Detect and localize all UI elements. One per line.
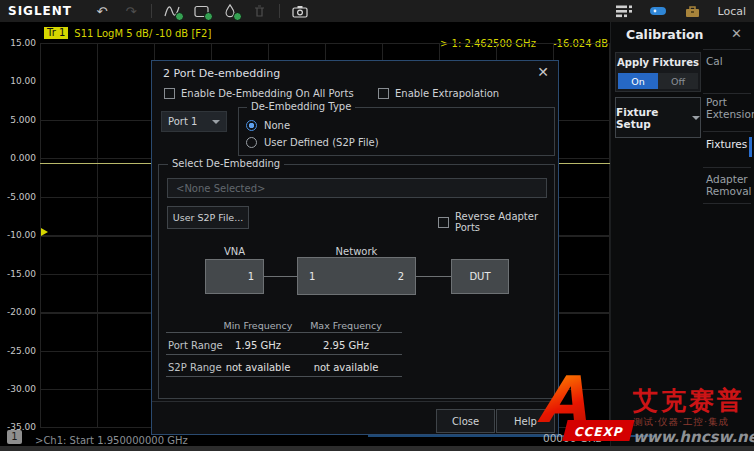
vna-label: VNA <box>205 246 264 257</box>
table-divider <box>166 354 402 355</box>
y-axis-label: -10.00 <box>0 230 36 240</box>
fixture-setup-button[interactable]: Fixture Setup <box>615 97 701 138</box>
add-trace-button[interactable] <box>163 3 181 19</box>
enable-extrapolation-checkbox[interactable]: Enable Extrapolation <box>378 88 499 99</box>
tab-divider <box>703 167 751 168</box>
dut-label: DUT <box>469 271 490 282</box>
network-label: Network <box>297 246 416 257</box>
y-axis-label: -30.00 <box>0 384 36 394</box>
usb-status[interactable] <box>649 3 667 19</box>
checkbox-label: Enable Extrapolation <box>395 88 499 99</box>
toolbar-divider <box>279 4 280 18</box>
radio-label: None <box>264 120 290 131</box>
button-label: Help <box>514 416 537 427</box>
layout-icon <box>616 5 633 18</box>
checkbox-box[interactable] <box>164 88 175 99</box>
delete-button[interactable] <box>250 3 268 19</box>
vna-box: 1 <box>205 259 264 294</box>
selection-value: <None Selected> <box>176 183 265 194</box>
undo-button[interactable]: ↶ <box>93 3 111 19</box>
radio-selected-icon[interactable] <box>246 120 257 131</box>
radio-none[interactable]: None <box>246 120 290 131</box>
port-select-dropdown[interactable]: Port 1 <box>161 111 227 132</box>
y-axis-label: 5.000 <box>0 115 36 125</box>
add-window-button[interactable] <box>192 3 210 19</box>
toggle-on[interactable]: On <box>618 73 658 89</box>
checkbox-box[interactable] <box>378 88 389 99</box>
green-badge <box>204 12 213 21</box>
checkbox-label: Enable De-Embedding On All Ports <box>181 88 354 99</box>
reference-level-marker <box>41 228 48 236</box>
checkbox-box[interactable] <box>438 217 449 228</box>
button-label: User S2P File... <box>173 212 243 223</box>
watermark-url: www.hncsw.net <box>633 428 754 446</box>
toggle-off[interactable]: Off <box>658 73 698 89</box>
add-marker-button[interactable] <box>221 3 239 19</box>
de-embedding-selection-field[interactable]: <None Selected> <box>167 178 547 198</box>
network-box: 1 2 <box>297 257 416 295</box>
network-port-2: 2 <box>398 271 404 282</box>
channel-start-status: >Ch1: Start 1.950000000 GHz <box>35 435 188 446</box>
dut-box: DUT <box>451 259 509 294</box>
table-cell: 1.95 GHz <box>213 340 303 351</box>
trace-1-settings[interactable]: S11 LogM 5 dB/ -10 dB [F2] <box>74 28 211 39</box>
network-port-1: 1 <box>309 271 315 282</box>
table-divider <box>166 376 402 377</box>
tab-fixtures[interactable]: Fixtures <box>706 138 752 150</box>
trace-info-row: Tr 1 S11 LogM 5 dB/ -10 dB [F2] <box>44 27 211 39</box>
trace-1-badge[interactable]: Tr 1 <box>44 27 68 39</box>
y-axis-label: 10.00 <box>0 76 36 86</box>
apply-fixtures-label: Apply Fixtures <box>616 57 700 68</box>
y-axis-label: -5.000 <box>0 192 36 202</box>
reverse-adapter-ports-checkbox[interactable]: Reverse Adapter Ports <box>438 211 558 233</box>
table-divider <box>166 332 402 333</box>
redo-button[interactable]: ↷ <box>122 3 140 19</box>
tab-cal[interactable]: Cal <box>706 55 752 67</box>
toolbox-icon <box>685 5 700 18</box>
channel-badge: 1 <box>7 430 22 444</box>
radio-icon[interactable] <box>246 137 257 148</box>
usb-icon <box>650 7 666 15</box>
table-cell: 2.95 GHz <box>301 340 391 351</box>
y-axis-label: -15.00 <box>0 269 36 279</box>
tab-divider <box>703 203 751 204</box>
enable-all-ports-checkbox[interactable]: Enable De-Embedding On All Ports <box>164 88 354 99</box>
table-header-min: Min Frequency <box>213 320 303 331</box>
toolbar-divider <box>151 4 152 18</box>
dialog-close-icon[interactable]: ✕ <box>537 64 549 80</box>
caret-down-icon <box>692 116 700 120</box>
fixture-setup-label: Fixture Setup <box>616 106 686 130</box>
connector-line <box>416 276 451 277</box>
tab-adapter-removal[interactable]: Adapter Removal <box>706 173 752 197</box>
redo-icon: ↷ <box>126 5 137 18</box>
user-s2p-file-button[interactable]: User S2P File... <box>167 206 249 229</box>
close-button[interactable]: Close <box>436 409 495 433</box>
layout-button[interactable] <box>615 3 633 19</box>
table-header-max: Max Frequency <box>301 320 391 331</box>
chevron-down-icon <box>212 120 220 124</box>
group-legend: Select De-Embedding <box>168 158 284 169</box>
table-cell: not available <box>301 362 391 373</box>
de-embedding-dialog: 2 Port De-embedding ✕ Enable De-Embeddin… <box>151 60 559 435</box>
top-toolbar: SIGLENT ↶ ↷ <box>0 0 754 22</box>
dialog-title: 2 Port De-embedding <box>163 67 280 80</box>
sidebar-close-icon[interactable]: ✕ <box>731 26 742 41</box>
active-tab-indicator <box>749 137 752 157</box>
port-select-value: Port 1 <box>168 116 197 127</box>
radio-label: User Defined (S2P File) <box>264 137 379 148</box>
screenshot-button[interactable] <box>291 3 309 19</box>
radio-user-defined[interactable]: User Defined (S2P File) <box>246 137 379 148</box>
y-axis-label: 0.000 <box>0 153 36 163</box>
green-badge <box>233 12 242 21</box>
undo-icon: ↶ <box>97 5 108 18</box>
accexp-logo-text: CCEXP <box>574 425 623 439</box>
y-axis-label: 15.00 <box>0 38 36 48</box>
connector-line <box>264 276 297 277</box>
camera-icon <box>292 5 308 18</box>
local-mode-label[interactable]: Local <box>717 5 746 18</box>
toolbox-button[interactable] <box>683 3 701 19</box>
dialog-footer-divider <box>152 401 558 402</box>
tab-port-extension[interactable]: Port Extension <box>706 96 752 120</box>
group-legend: De-Embedding Type <box>247 101 355 112</box>
button-label: Close <box>452 416 479 427</box>
